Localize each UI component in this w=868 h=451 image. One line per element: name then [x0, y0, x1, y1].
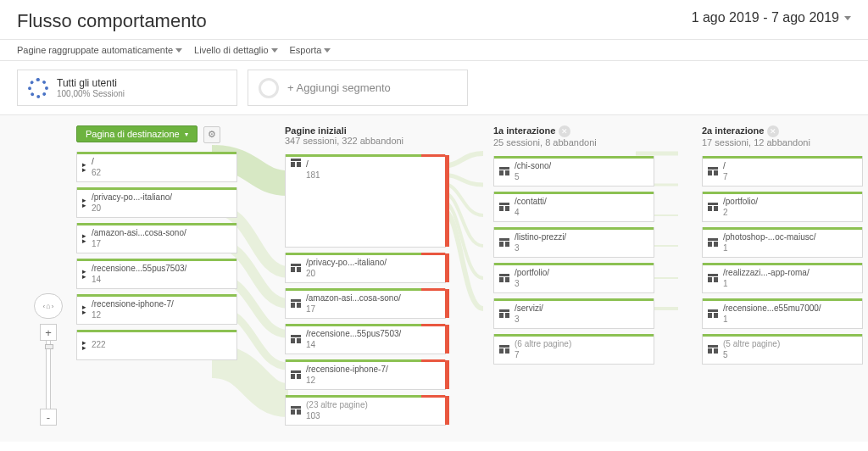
segment-active[interactable]: Tutti gli utenti 100,00% Sessioni	[17, 70, 237, 106]
page-icon	[291, 264, 301, 272]
node-value: 14	[92, 274, 186, 285]
node-value: 12	[306, 375, 388, 386]
node-top-bar	[703, 334, 862, 337]
dimension-label: Pagina di destinazione	[86, 129, 180, 139]
node-text: /portfolio/3	[515, 267, 549, 289]
flow-node[interactable]: /realizzazi...-app-roma/1	[702, 263, 863, 293]
node-value: 3	[515, 278, 549, 289]
page-title: Flusso comportamento	[17, 10, 207, 32]
node-value: 12	[92, 309, 174, 320]
chevron-down-icon	[844, 16, 851, 20]
close-icon[interactable]: ✕	[767, 125, 779, 137]
node-text: (6 altre pagine)7	[515, 338, 571, 360]
chevron-down-icon: ▾	[185, 131, 188, 138]
flow-node[interactable]: /privacy-po...-italiano/20	[285, 253, 446, 283]
zoom-handle[interactable]	[45, 344, 53, 349]
node-value: 2	[723, 207, 758, 218]
node-label: (23 altre pagine)	[306, 399, 368, 410]
flow-node[interactable]: /recensione...55pus7503/14	[285, 324, 446, 354]
page-icon	[499, 238, 509, 247]
node-label: /	[306, 159, 320, 170]
flow-node[interactable]: /listino-prezzi/3	[493, 227, 654, 258]
column-interaction-2: 2a interazione✕ 17 sessioni, 12 abbandon…	[702, 125, 863, 432]
export-dropdown[interactable]: Esporta	[290, 45, 331, 55]
grouping-dropdown[interactable]: Pagine raggruppate automaticamente	[17, 45, 182, 55]
node-value: 1	[723, 242, 816, 253]
node-label: (6 altre pagine)	[515, 338, 571, 349]
flow-node[interactable]: ▸▸/recensione...55pus7503/14	[76, 259, 237, 289]
detail-label: Livello di dettaglio	[194, 45, 268, 55]
node-label: /chi-sono/	[515, 160, 551, 171]
node-value: 20	[306, 268, 387, 279]
page-icon	[499, 167, 509, 175]
flow-node[interactable]: (5 altre pagine)5	[702, 334, 863, 365]
nav-home-button[interactable]: ‹⌂›	[34, 293, 63, 319]
flow-node[interactable]: ▸▸/62	[76, 152, 237, 182]
column-title: 1a interazione	[493, 125, 555, 136]
detail-dropdown[interactable]: Livello di dettaglio	[194, 45, 277, 55]
flow-node[interactable]: ▸▸/recensione-iphone-7/12	[76, 294, 237, 325]
dropoff-indicator	[445, 360, 449, 389]
flow-node[interactable]: (6 altre pagine)7	[493, 334, 654, 365]
flow-visualization[interactable]: ‹⌂› + - Pagina di destinazione▾ ⚙ ▸▸/62▸…	[0, 115, 868, 442]
flow-node[interactable]: /photoshop-...oc-maiusc/1	[702, 227, 863, 258]
node-value: 17	[306, 303, 401, 315]
date-range-picker[interactable]: 1 ago 2019 - 7 ago 2019	[692, 10, 851, 25]
node-label: /realizzazi...-app-roma/	[723, 267, 810, 278]
node-text: /listino-prezzi/3	[515, 231, 566, 253]
segments-bar: Tutti gli utenti 100,00% Sessioni + Aggi…	[0, 61, 868, 115]
close-icon[interactable]: ✕	[559, 125, 570, 137]
settings-button[interactable]: ⚙	[203, 126, 220, 143]
dimension-dropdown[interactable]: Pagina di destinazione▾	[76, 125, 198, 142]
node-text: /privacy-po...-italiano/20	[306, 257, 387, 279]
dropoff-indicator	[445, 253, 449, 282]
page-icon	[499, 309, 509, 318]
arrow-icon: ▸▸	[82, 162, 86, 172]
zoom-in-button[interactable]: +	[40, 324, 57, 341]
node-label: (5 altre pagine)	[723, 338, 780, 349]
flow-node[interactable]: /contatti/4	[493, 192, 654, 222]
node-text: /recensione-iphone-7/12	[306, 364, 388, 386]
arrow-icon: ▸▸	[82, 304, 86, 315]
column-title: 2a interazione	[702, 125, 764, 136]
flow-node[interactable]: /recensione...e55mu7000/1	[702, 298, 863, 329]
export-label: Esporta	[290, 45, 322, 55]
flow-node[interactable]: /portfolio/2	[702, 192, 863, 222]
node-label: /privacy-po...-italiano/	[306, 257, 387, 268]
page-icon	[499, 345, 509, 354]
zoom-out-button[interactable]: -	[40, 409, 57, 426]
flow-node[interactable]: /181	[285, 154, 446, 248]
flow-node[interactable]: /chi-sono/5	[493, 156, 654, 187]
node-top-bar	[286, 324, 445, 326]
node-value: 222	[92, 339, 106, 350]
arrow-icon: ▸▸	[82, 269, 86, 279]
flow-node[interactable]: (23 altre pagine)103	[285, 395, 446, 426]
flow-node[interactable]: /servizi/3	[493, 298, 654, 329]
node-top-bar	[286, 395, 445, 398]
node-top-bar	[494, 334, 654, 337]
flow-node[interactable]: /7	[702, 156, 863, 187]
node-text: /recensione-iphone-7/12	[92, 298, 174, 320]
segment-add[interactable]: + Aggiungi segmento	[248, 70, 468, 106]
dropoff-indicator	[445, 289, 449, 318]
flow-node[interactable]: /portfolio/3	[493, 263, 654, 293]
node-text: /amazon-asi...cosa-sono/17	[306, 292, 401, 315]
page-icon	[291, 159, 301, 167]
flow-node[interactable]: ▸▸/amazon-asi...cosa-sono/17	[76, 223, 237, 253]
node-value: 7	[723, 171, 728, 182]
page-icon	[499, 274, 509, 282]
flow-node[interactable]: ▸▸222	[76, 330, 237, 360]
node-top-bar	[286, 288, 445, 291]
column-subtitle: 25 sessioni, 8 abbandoni	[493, 137, 654, 148]
zoom-slider[interactable]	[46, 341, 51, 409]
flow-node[interactable]: /amazon-asi...cosa-sono/17	[285, 288, 446, 319]
page-icon	[708, 309, 718, 318]
node-label: /recensione-iphone-7/	[306, 364, 388, 375]
segment-title: Tutti gli utenti	[57, 77, 125, 89]
chevron-down-icon	[175, 48, 182, 53]
flow-node[interactable]: /recensione-iphone-7/12	[285, 359, 446, 390]
add-segment-label: + Aggiungi segmento	[287, 81, 391, 94]
flow-node[interactable]: ▸▸/privacy-po...-italiano/20	[76, 187, 237, 218]
node-value: 4	[515, 207, 547, 218]
page-icon	[708, 167, 718, 175]
